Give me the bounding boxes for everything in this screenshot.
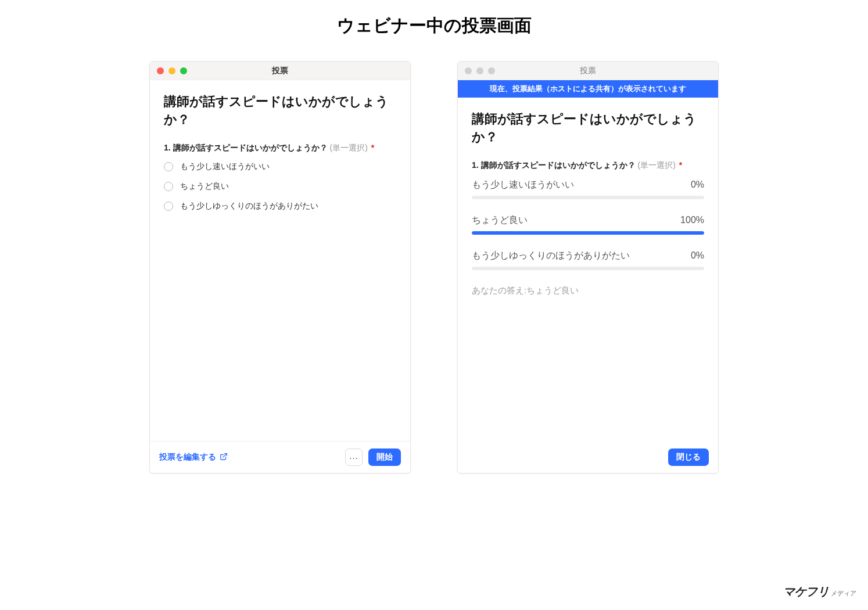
result-label: もう少し速いほうがいい — [472, 179, 574, 191]
result-item: もう少し速いほうがいい 0% — [472, 179, 704, 199]
brand-main: マケフリ — [783, 584, 828, 600]
progress-bar — [472, 196, 704, 199]
window-title: 投票 — [458, 66, 718, 76]
result-percent: 0% — [691, 250, 704, 261]
question-number: 1. — [472, 160, 479, 170]
result-percent: 0% — [691, 180, 704, 190]
option-label: もう少し速いほうがいい — [180, 162, 270, 172]
progress-bar — [472, 267, 704, 270]
result-label: もう少しゆっくりのほうがありがたい — [472, 250, 630, 262]
option-label: ちょうど良い — [180, 181, 229, 192]
svg-line-0 — [223, 453, 227, 457]
required-star: * — [371, 143, 374, 152]
progress-bar — [472, 231, 704, 235]
question-title: 講師が話すスピードはいかがでしょうか？ — [472, 110, 704, 146]
option-label: もう少しゆっくりのほうがありがたい — [180, 201, 318, 211]
question-type: (単一選択) — [637, 160, 675, 170]
poll-content: 講師が話すスピードはいかがでしょうか？ 1. 講師が話すスピードはいかがでしょう… — [150, 80, 410, 441]
footer: 投票を編集する ··· 開始 — [150, 441, 410, 473]
edit-poll-label: 投票を編集する — [159, 452, 216, 462]
result-item: ちょうど良い 100% — [472, 214, 704, 235]
footer-actions: ··· 開始 — [345, 448, 401, 466]
footer: 閉じる — [458, 442, 718, 473]
poll-option[interactable]: もう少しゆっくりのほうがありがたい — [164, 201, 396, 211]
brand-logo: マケフリ メディア — [783, 584, 856, 600]
your-answer: あなたの答え:ちょうど良い — [472, 285, 704, 296]
question-line: 1. 講師が話すスピードはいかがでしょうか？ (単一選択) * — [164, 143, 396, 153]
result-percent: 100% — [680, 215, 704, 225]
more-button[interactable]: ··· — [345, 448, 363, 466]
poll-window-host: 投票 講師が話すスピードはいかがでしょうか？ 1. 講師が話すスピードはいかがで… — [149, 61, 411, 473]
page-title: ウェビナー中の投票画面 — [0, 0, 868, 38]
close-button[interactable]: 閉じる — [668, 448, 709, 466]
question-title: 講師が話すスピードはいかがでしょうか？ — [164, 93, 396, 129]
external-link-icon — [220, 453, 228, 462]
progress-fill — [472, 231, 704, 235]
radio-icon[interactable] — [164, 162, 173, 171]
radio-icon[interactable] — [164, 202, 173, 211]
titlebar: 投票 — [150, 62, 410, 80]
poll-window-results: 投票 現在、投票結果（ホストによる共有）が表示されています 講師が話すスピードは… — [457, 61, 719, 473]
result-item: もう少しゆっくりのほうがありがたい 0% — [472, 250, 704, 270]
question-type: (単一選択) — [329, 143, 367, 152]
radio-icon[interactable] — [164, 182, 173, 191]
question-text: 講師が話すスピードはいかがでしょうか？ — [173, 143, 328, 152]
poll-option[interactable]: もう少し速いほうがいい — [164, 162, 396, 172]
sharing-banner: 現在、投票結果（ホストによる共有）が表示されています — [458, 80, 718, 98]
window-title: 投票 — [150, 66, 410, 76]
question-number: 1. — [164, 143, 171, 152]
start-button[interactable]: 開始 — [368, 448, 401, 466]
windows-row: 投票 講師が話すスピードはいかがでしょうか？ 1. 講師が話すスピードはいかがで… — [0, 61, 868, 473]
question-line: 1. 講師が話すスピードはいかがでしょうか？ (単一選択) * — [472, 160, 704, 171]
results-content: 講師が話すスピードはいかがでしょうか？ 1. 講師が話すスピードはいかがでしょう… — [458, 98, 718, 442]
poll-option[interactable]: ちょうど良い — [164, 181, 396, 192]
titlebar: 投票 — [458, 62, 718, 80]
edit-poll-link[interactable]: 投票を編集する — [159, 452, 228, 462]
required-star: * — [679, 160, 682, 170]
brand-sub: メディア — [831, 589, 856, 598]
question-text: 講師が話すスピードはいかがでしょうか？ — [481, 160, 636, 170]
result-label: ちょうど良い — [472, 214, 528, 227]
